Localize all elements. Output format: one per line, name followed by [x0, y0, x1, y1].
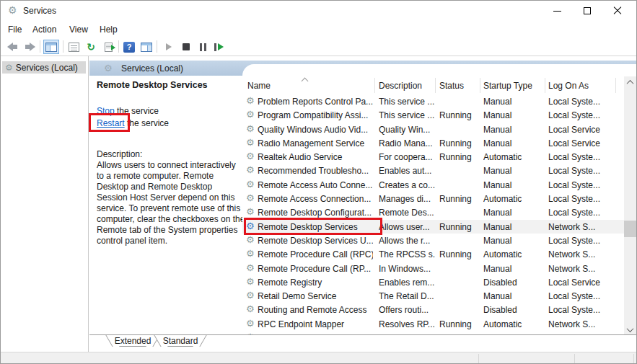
menu-view[interactable]: View — [69, 25, 88, 35]
service-gear-icon: ⚙ — [246, 193, 255, 203]
toolbar-separator — [157, 40, 157, 53]
column-separator[interactable] — [615, 78, 616, 93]
service-status-cell: Running — [439, 110, 479, 120]
start-service-button[interactable] — [161, 40, 177, 54]
refresh-button[interactable]: ↻ — [83, 40, 99, 54]
sort-ascending-icon — [302, 78, 309, 85]
service-status-cell: Running — [439, 194, 479, 204]
tree-item-services-local[interactable]: ⚙ Services (Local) — [2, 61, 86, 74]
stop-service-button[interactable] — [178, 40, 194, 54]
service-startup-cell: Manual — [483, 180, 542, 190]
column-header-startup[interactable]: Startup Type — [483, 81, 532, 91]
service-startup-cell: Automatic — [483, 249, 542, 259]
service-description-cell: Allows the r... — [379, 236, 435, 246]
service-logon-cell: Local Syste... — [548, 291, 617, 301]
vertical-scrollbar[interactable] — [624, 76, 636, 336]
table-row[interactable]: ⚙Program Compatibility Assi...This servi… — [242, 108, 624, 122]
menu-action[interactable]: Action — [32, 25, 56, 35]
service-startup-cell: Manual — [483, 166, 542, 176]
table-row[interactable]: ⚙Remote Access Auto Conne...Creates a co… — [242, 178, 624, 192]
menu-help[interactable]: Help — [100, 25, 118, 35]
console-tree-panel: ⚙ Services (Local) — [1, 56, 89, 352]
column-separator[interactable] — [374, 78, 375, 93]
table-row[interactable]: ⚙RPC Endpoint MapperResolves RP...Runnin… — [242, 317, 624, 331]
table-row[interactable]: ⚙Remote Procedure Call (RP...In Windows.… — [242, 262, 624, 275]
chevron-up-icon — [627, 80, 634, 87]
column-header-logon[interactable]: Log On As — [548, 81, 589, 91]
table-row[interactable]: ⚙Recommended Troublesho...Enables aut...… — [242, 164, 624, 177]
service-description-cell: In Windows... — [379, 264, 435, 274]
service-startup-cell: Automatic — [483, 319, 542, 329]
minimize-button[interactable] — [543, 1, 571, 21]
menu-file[interactable]: File — [8, 25, 22, 35]
table-row[interactable]: ⚙Realtek Audio ServiceFor coopera...Runn… — [242, 150, 624, 164]
restart-service-button[interactable] — [211, 40, 227, 54]
maximize-button[interactable] — [574, 1, 601, 21]
export-list-button[interactable] — [100, 40, 116, 54]
back-button[interactable] — [4, 40, 20, 54]
tab-standard[interactable]: Standard — [161, 335, 200, 347]
service-gear-icon: ⚙ — [5, 63, 13, 73]
service-gear-icon: ⚙ — [246, 249, 255, 259]
action-pane-icon — [141, 43, 152, 52]
service-description-cell: Quality Win... — [379, 125, 435, 135]
service-logon-cell: Network S... — [548, 222, 617, 232]
service-startup-cell: Manual — [483, 110, 542, 120]
service-name-cell: Realtek Audio Service — [258, 152, 373, 162]
column-separator[interactable] — [435, 78, 436, 93]
description-text: Allows users to connect interactively to… — [97, 160, 245, 247]
services-list: Name Description Status Startup Type Log… — [242, 64, 636, 336]
service-logon-cell: Local Service — [548, 138, 617, 148]
table-row[interactable]: ⚙Routing and Remote AccessOffers routi..… — [242, 303, 624, 316]
column-separator[interactable] — [480, 78, 480, 93]
show-hide-action-pane-button[interactable] — [139, 40, 154, 54]
status-bar-divider — [478, 354, 479, 363]
toolbar-separator — [118, 40, 119, 53]
properties-button[interactable] — [66, 40, 82, 54]
column-separator[interactable] — [545, 78, 545, 93]
forward-button[interactable] — [22, 40, 38, 54]
console-tree-icon — [45, 43, 57, 52]
service-name-cell: Quality Windows Audio Vid... — [258, 125, 373, 135]
service-logon-cell: Local Syste... — [548, 208, 617, 218]
service-name-cell: Routing and Remote Access — [258, 305, 373, 315]
service-startup-cell: Manual — [483, 236, 542, 246]
start-service-icon — [166, 43, 172, 50]
service-description-cell: For coopera... — [379, 152, 435, 162]
export-list-icon — [105, 43, 113, 52]
service-description-cell: Enables rem... — [379, 278, 435, 288]
table-row[interactable]: ⚙Remote RegistryEnables rem...DisabledLo… — [242, 275, 624, 289]
column-header-name[interactable]: Name — [247, 81, 271, 91]
scroll-up-button[interactable] — [624, 76, 636, 89]
tab-extended[interactable]: Extended — [113, 335, 153, 347]
close-button[interactable] — [604, 1, 631, 21]
column-header-status[interactable]: Status — [439, 81, 464, 91]
toolbar-separator — [63, 40, 63, 53]
tab-extended-label: Extended — [115, 336, 151, 346]
service-gear-icon: ⚙ — [246, 207, 255, 217]
forward-icon — [25, 43, 35, 51]
service-logon-cell: Network S... — [548, 264, 617, 274]
service-gear-icon: ⚙ — [246, 304, 255, 314]
service-description-cell: Offers routi... — [379, 305, 435, 315]
service-logon-cell: Network S... — [548, 249, 617, 259]
table-row[interactable]: ⚙Remote Access Connection...Manages di..… — [242, 192, 624, 205]
service-logon-cell: Network S... — [548, 319, 617, 329]
service-gear-icon: ⚙ — [246, 96, 255, 106]
service-description-cell: Resolves RP... — [379, 319, 435, 329]
table-row[interactable]: ⚙Remote Procedure Call (RPC)The RPCSS s.… — [242, 247, 624, 261]
table-row[interactable]: ⚙Radio Management ServiceRadio Mana...Ru… — [242, 136, 624, 150]
service-startup-cell: Automatic — [483, 194, 542, 204]
table-row[interactable]: ⚙Problem Reports Control Pa...This servi… — [242, 94, 624, 108]
table-row[interactable]: ⚙Remote Desktop Services U...Allows the … — [242, 234, 624, 247]
scrollbar-thumb[interactable] — [624, 221, 636, 237]
table-row[interactable]: ⚙Quality Windows Audio Vid...Quality Win… — [242, 123, 624, 136]
column-header-description[interactable]: Description — [379, 81, 422, 91]
table-row[interactable]: ⚙Retail Demo ServiceThe Retail D...Manua… — [242, 289, 624, 303]
restart-service-icon — [214, 43, 224, 51]
help-button[interactable]: ? — [121, 40, 137, 54]
service-description-cell: Manages di... — [379, 194, 435, 204]
service-name-cell: RPC Endpoint Mapper — [258, 319, 373, 329]
pause-service-button[interactable] — [195, 40, 211, 54]
show-hide-console-tree-button[interactable] — [43, 40, 59, 54]
